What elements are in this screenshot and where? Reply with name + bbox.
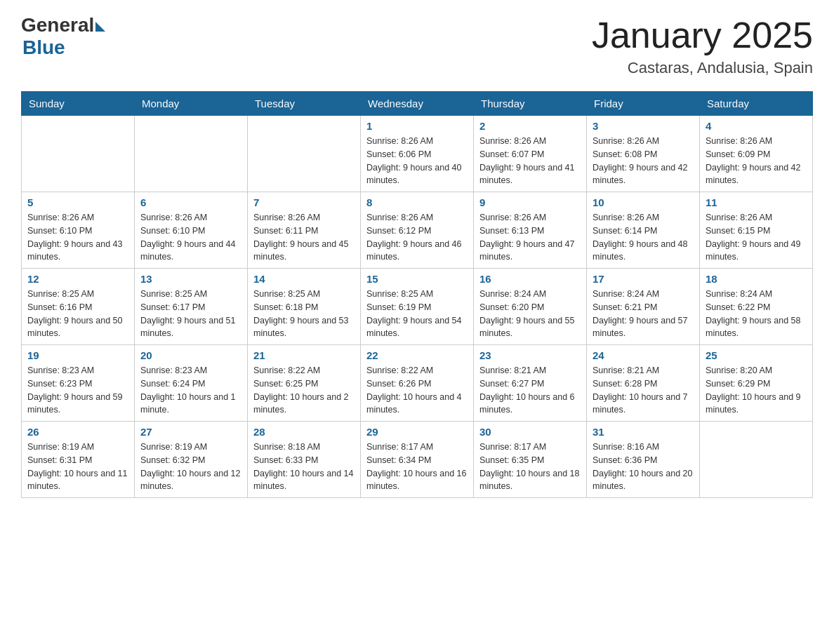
- day-info: Sunrise: 8:16 AM Sunset: 6:36 PM Dayligh…: [593, 441, 694, 493]
- day-number: 25: [706, 349, 807, 361]
- calendar-cell: 20Sunrise: 8:23 AM Sunset: 6:24 PM Dayli…: [135, 345, 248, 422]
- day-number: 7: [253, 196, 355, 208]
- day-info: Sunrise: 8:17 AM Sunset: 6:34 PM Dayligh…: [366, 441, 468, 493]
- day-info: Sunrise: 8:26 AM Sunset: 6:07 PM Dayligh…: [479, 135, 581, 187]
- calendar-cell: 23Sunrise: 8:21 AM Sunset: 6:27 PM Dayli…: [474, 345, 587, 422]
- day-info: Sunrise: 8:26 AM Sunset: 6:14 PM Dayligh…: [593, 211, 694, 264]
- day-number: 26: [27, 426, 128, 438]
- day-info: Sunrise: 8:26 AM Sunset: 6:13 PM Dayligh…: [479, 211, 581, 264]
- day-number: 27: [140, 426, 241, 438]
- day-number: 31: [593, 426, 694, 438]
- logo-blue-text: Blue: [22, 36, 65, 59]
- calendar-day-header: Sunday: [22, 92, 135, 116]
- calendar-cell: 17Sunrise: 8:24 AM Sunset: 6:21 PM Dayli…: [587, 269, 700, 345]
- day-info: Sunrise: 8:22 AM Sunset: 6:25 PM Dayligh…: [253, 364, 355, 417]
- day-info: Sunrise: 8:20 AM Sunset: 6:29 PM Dayligh…: [706, 364, 807, 417]
- day-number: 16: [479, 273, 581, 285]
- calendar-week-row: 1Sunrise: 8:26 AM Sunset: 6:06 PM Daylig…: [22, 116, 813, 192]
- calendar-cell: 14Sunrise: 8:25 AM Sunset: 6:18 PM Dayli…: [248, 269, 361, 345]
- calendar-cell: 9Sunrise: 8:26 AM Sunset: 6:13 PM Daylig…: [474, 192, 587, 269]
- day-number: 15: [366, 273, 468, 285]
- calendar-cell: 24Sunrise: 8:21 AM Sunset: 6:28 PM Dayli…: [587, 345, 700, 422]
- day-info: Sunrise: 8:26 AM Sunset: 6:09 PM Dayligh…: [706, 135, 807, 187]
- day-number: 8: [366, 196, 468, 208]
- calendar-cell: 2Sunrise: 8:26 AM Sunset: 6:07 PM Daylig…: [474, 116, 587, 192]
- day-number: 5: [27, 196, 128, 208]
- calendar-cell: 3Sunrise: 8:26 AM Sunset: 6:08 PM Daylig…: [587, 116, 700, 192]
- day-info: Sunrise: 8:26 AM Sunset: 6:15 PM Dayligh…: [706, 211, 807, 264]
- day-info: Sunrise: 8:19 AM Sunset: 6:32 PM Dayligh…: [140, 441, 241, 493]
- day-info: Sunrise: 8:25 AM Sunset: 6:19 PM Dayligh…: [366, 288, 468, 340]
- calendar-cell: 12Sunrise: 8:25 AM Sunset: 6:16 PM Dayli…: [22, 269, 135, 345]
- day-info: Sunrise: 8:24 AM Sunset: 6:21 PM Dayligh…: [593, 288, 694, 340]
- day-info: Sunrise: 8:25 AM Sunset: 6:17 PM Dayligh…: [140, 288, 241, 340]
- day-info: Sunrise: 8:25 AM Sunset: 6:18 PM Dayligh…: [253, 288, 355, 340]
- calendar-header-row: SundayMondayTuesdayWednesdayThursdayFrid…: [22, 92, 813, 116]
- day-number: 17: [593, 273, 694, 285]
- calendar-day-header: Saturday: [700, 92, 813, 116]
- calendar-cell: 10Sunrise: 8:26 AM Sunset: 6:14 PM Dayli…: [587, 192, 700, 269]
- day-info: Sunrise: 8:25 AM Sunset: 6:16 PM Dayligh…: [27, 288, 128, 340]
- day-info: Sunrise: 8:21 AM Sunset: 6:28 PM Dayligh…: [593, 364, 694, 417]
- day-info: Sunrise: 8:26 AM Sunset: 6:10 PM Dayligh…: [27, 211, 128, 264]
- day-number: 3: [593, 120, 694, 132]
- logo-general-text: General: [21, 14, 94, 36]
- day-info: Sunrise: 8:26 AM Sunset: 6:11 PM Dayligh…: [253, 211, 355, 264]
- day-number: 24: [593, 349, 694, 361]
- day-number: 2: [479, 120, 581, 132]
- day-number: 4: [706, 120, 807, 132]
- day-info: Sunrise: 8:21 AM Sunset: 6:27 PM Dayligh…: [479, 364, 581, 417]
- day-info: Sunrise: 8:24 AM Sunset: 6:20 PM Dayligh…: [479, 288, 581, 340]
- title-section: January 2025 Castaras, Andalusia, Spain: [592, 14, 813, 77]
- calendar-cell: 25Sunrise: 8:20 AM Sunset: 6:29 PM Dayli…: [700, 345, 813, 422]
- day-info: Sunrise: 8:26 AM Sunset: 6:08 PM Dayligh…: [593, 135, 694, 187]
- day-info: Sunrise: 8:17 AM Sunset: 6:35 PM Dayligh…: [479, 441, 581, 493]
- calendar-cell: 28Sunrise: 8:18 AM Sunset: 6:33 PM Dayli…: [248, 422, 361, 498]
- calendar-week-row: 26Sunrise: 8:19 AM Sunset: 6:31 PM Dayli…: [22, 422, 813, 498]
- day-info: Sunrise: 8:18 AM Sunset: 6:33 PM Dayligh…: [253, 441, 355, 493]
- calendar-day-header: Friday: [587, 92, 700, 116]
- logo-arrow-icon: [95, 22, 105, 32]
- day-info: Sunrise: 8:26 AM Sunset: 6:06 PM Dayligh…: [366, 135, 468, 187]
- calendar-cell: 19Sunrise: 8:23 AM Sunset: 6:23 PM Dayli…: [22, 345, 135, 422]
- calendar-cell: 11Sunrise: 8:26 AM Sunset: 6:15 PM Dayli…: [700, 192, 813, 269]
- calendar-week-row: 12Sunrise: 8:25 AM Sunset: 6:16 PM Dayli…: [22, 269, 813, 345]
- calendar-cell: 7Sunrise: 8:26 AM Sunset: 6:11 PM Daylig…: [248, 192, 361, 269]
- day-number: 20: [140, 349, 241, 361]
- calendar-cell: 27Sunrise: 8:19 AM Sunset: 6:32 PM Dayli…: [135, 422, 248, 498]
- day-number: 12: [27, 273, 128, 285]
- calendar-table: SundayMondayTuesdayWednesdayThursdayFrid…: [21, 91, 813, 498]
- calendar-cell: 29Sunrise: 8:17 AM Sunset: 6:34 PM Dayli…: [361, 422, 474, 498]
- calendar-cell: 13Sunrise: 8:25 AM Sunset: 6:17 PM Dayli…: [135, 269, 248, 345]
- day-number: 30: [479, 426, 581, 438]
- page-title: January 2025: [592, 14, 813, 56]
- calendar-cell: 31Sunrise: 8:16 AM Sunset: 6:36 PM Dayli…: [587, 422, 700, 498]
- calendar-cell: 1Sunrise: 8:26 AM Sunset: 6:06 PM Daylig…: [361, 116, 474, 192]
- day-info: Sunrise: 8:26 AM Sunset: 6:12 PM Dayligh…: [366, 211, 468, 264]
- day-number: 1: [366, 120, 468, 132]
- calendar-day-header: Thursday: [474, 92, 587, 116]
- calendar-cell: 16Sunrise: 8:24 AM Sunset: 6:20 PM Dayli…: [474, 269, 587, 345]
- day-info: Sunrise: 8:22 AM Sunset: 6:26 PM Dayligh…: [366, 364, 468, 417]
- day-number: 10: [593, 196, 694, 208]
- calendar-cell: [700, 422, 813, 498]
- day-number: 18: [706, 273, 807, 285]
- calendar-cell: 8Sunrise: 8:26 AM Sunset: 6:12 PM Daylig…: [361, 192, 474, 269]
- calendar-cell: 21Sunrise: 8:22 AM Sunset: 6:25 PM Dayli…: [248, 345, 361, 422]
- page-header: General Blue January 2025 Castaras, Anda…: [21, 14, 813, 77]
- calendar-cell: [248, 116, 361, 192]
- day-number: 21: [253, 349, 355, 361]
- day-number: 11: [706, 196, 807, 208]
- day-info: Sunrise: 8:19 AM Sunset: 6:31 PM Dayligh…: [27, 441, 128, 493]
- day-info: Sunrise: 8:24 AM Sunset: 6:22 PM Dayligh…: [706, 288, 807, 340]
- calendar-cell: 30Sunrise: 8:17 AM Sunset: 6:35 PM Dayli…: [474, 422, 587, 498]
- day-number: 6: [140, 196, 241, 208]
- calendar-cell: 15Sunrise: 8:25 AM Sunset: 6:19 PM Dayli…: [361, 269, 474, 345]
- calendar-week-row: 5Sunrise: 8:26 AM Sunset: 6:10 PM Daylig…: [22, 192, 813, 269]
- day-number: 22: [366, 349, 468, 361]
- day-number: 14: [253, 273, 355, 285]
- calendar-cell: 4Sunrise: 8:26 AM Sunset: 6:09 PM Daylig…: [700, 116, 813, 192]
- day-info: Sunrise: 8:23 AM Sunset: 6:24 PM Dayligh…: [140, 364, 241, 417]
- subtitle: Castaras, Andalusia, Spain: [592, 59, 813, 77]
- day-info: Sunrise: 8:23 AM Sunset: 6:23 PM Dayligh…: [27, 364, 128, 417]
